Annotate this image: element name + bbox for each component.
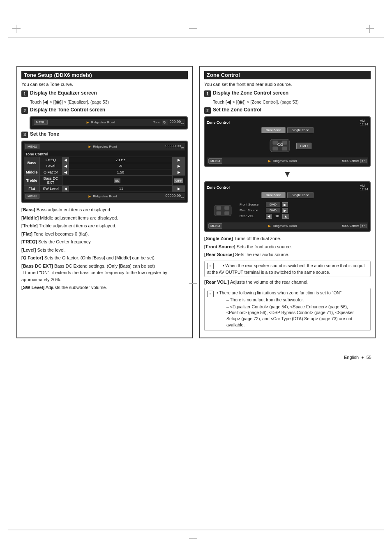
- screen2-menu[interactable]: MENU: [25, 144, 39, 149]
- single-zone-tab-2[interactable]: Single Zone: [287, 192, 314, 198]
- right-step-2-header: 2 Set the Zone Control: [204, 107, 371, 114]
- return-btn-2[interactable]: ↩: [360, 224, 367, 228]
- zone-tabs-2: Dual Zone Single Zone: [207, 192, 368, 198]
- svg-rect-8: [224, 206, 229, 210]
- treble-label: Treble: [24, 175, 40, 185]
- rear-vol-right[interactable]: ▲: [282, 214, 289, 219]
- zone-screen1-menu[interactable]: MENU: [208, 158, 222, 164]
- screen1-menu[interactable]: MENU: [34, 120, 48, 125]
- right-step-1-header: 1 Display the Zone Control screen: [204, 90, 371, 97]
- front-source-label: Front Source: [240, 203, 264, 206]
- right-section-intro: You can set the front and rear audio sou…: [204, 82, 371, 87]
- zone-screen2-clock: AM12:34: [360, 184, 368, 191]
- level-left-arrow[interactable]: ◀: [62, 163, 69, 169]
- step-3-label: Set the Tone: [30, 131, 59, 137]
- freq-right-arrow[interactable]: ▶: [173, 157, 185, 163]
- freq-left-arrow[interactable]: ◀: [62, 157, 69, 163]
- screen2-footer: MENU ► Ridgeview Road 99999.99㎛: [24, 193, 185, 200]
- zone-screen2-header: Zone Control AM12:34: [207, 184, 368, 191]
- screen1-road-text: Ridgeview Road: [91, 120, 115, 124]
- zone-screen2-footer: MENU ► Ridgeview Road 99999.99㎛ ↩: [207, 222, 368, 229]
- zone-car-svg-2: [208, 201, 237, 220]
- level-right-arrow[interactable]: ▶: [173, 163, 185, 169]
- swlevel-right-arrow[interactable]: ▶: [173, 185, 185, 192]
- screen2-footer-road: ► Ridgeview Road: [88, 194, 117, 199]
- top-rule: [8, 37, 384, 38]
- zone-screen2-menu[interactable]: MENU: [208, 223, 222, 229]
- swlevel-left-arrow[interactable]: ◀: [62, 185, 69, 192]
- road-arrow: ►: [86, 120, 90, 125]
- front-source-right[interactable]: ▶: [282, 202, 288, 207]
- screen1-price: 999.99㎛: [169, 120, 184, 125]
- svg-text:⌫: ⌫: [277, 142, 283, 147]
- note-icon-2: ≡: [207, 291, 214, 297]
- zone-screen2-road: ► Ridgeview Road: [267, 224, 297, 228]
- return-btn[interactable]: ↩: [360, 159, 367, 163]
- note2-bullet-1: There are following limitations when zon…: [217, 290, 368, 296]
- rear-vol-left[interactable]: ◀: [266, 214, 272, 219]
- right-step-1-label: Display the Zone Control screen: [213, 90, 288, 96]
- qfactor-left-arrow[interactable]: ◀: [62, 169, 69, 175]
- svg-rect-9: [217, 211, 221, 215]
- screen1-header: MENU ► Ridgeview Road Tone ↻ 999.99㎛: [32, 119, 185, 126]
- page-footer: English ● 55: [8, 351, 384, 364]
- svg-rect-4: [282, 147, 287, 151]
- rear-vol-value: 10: [275, 214, 279, 218]
- bassdcext-on[interactable]: 0N: [62, 175, 173, 185]
- step-3-num: 3: [21, 132, 28, 138]
- bassdcext-off[interactable]: OFF: [173, 175, 185, 185]
- tone-screen-1: MENU ► Ridgeview Road Tone ↻ 999.99㎛: [30, 116, 188, 130]
- dual-zone-tab[interactable]: Dual Zone: [261, 127, 286, 133]
- left-step-1-header: 1 Display the Equalizer screen: [21, 90, 188, 97]
- level-param: Level: [39, 163, 62, 169]
- note2-sub-1: There is no output from the subwoofer.: [226, 297, 368, 303]
- crosshair-top-right: [366, 25, 374, 33]
- single-zone-tab[interactable]: Single Zone: [287, 127, 314, 133]
- table-row: Bass FREQ ◀ 70 Hz ▶: [24, 157, 185, 163]
- desc-level: [Level] Sets the level.: [21, 247, 188, 254]
- svg-rect-7: [217, 206, 221, 210]
- page-container: Tone Setup (DDX6 models) You can set a T…: [0, 0, 392, 555]
- left-section-title: Tone Setup (DDX6 models): [21, 71, 188, 79]
- rear-source-right[interactable]: ▶: [282, 208, 288, 213]
- bassdcext-param: Bass DC EXT: [39, 175, 62, 185]
- flat-label: Flat: [24, 185, 40, 192]
- screen2-footer-price: 99999.99㎛: [165, 194, 184, 199]
- note2-content: ≡ There are following limitations when z…: [207, 290, 368, 328]
- step-2-label: Display the Tone Control screen: [30, 107, 105, 113]
- content-area: Tone Setup (DDX6 models) You can set a T…: [8, 66, 384, 338]
- tone-descriptions: [Bass] Bass adjustment items are display…: [21, 206, 188, 291]
- note-icon-1: ≡: [207, 263, 214, 269]
- left-step-3-header: 3 Set the Tone: [21, 131, 188, 138]
- qfactor-right-arrow[interactable]: ▶: [173, 169, 185, 175]
- crosshair-bottom: [189, 534, 197, 543]
- footer-dot: ●: [361, 355, 364, 360]
- desc-freq: [FREQ] Sets the Center frequency.: [21, 238, 188, 245]
- crosshair-top: [189, 25, 197, 33]
- left-section-intro: You can set a Tone curve.: [21, 82, 188, 87]
- zone-screen-1: Zone Control AM12:34 Dual Zone Single Zo…: [204, 116, 371, 167]
- rear-vol-label: Rear VOL: [240, 214, 264, 218]
- zone-dvd-badge: DVD: [296, 143, 311, 149]
- desc-rear-vol: [Rear VOL.] Adjusts the volume of the re…: [204, 280, 371, 284]
- rear-vol-row: Rear VOL ◀ 10 ▲: [240, 214, 367, 219]
- svg-rect-3: [272, 147, 278, 151]
- note1-bullet: When the rear speaker sound is switched,…: [207, 263, 365, 275]
- screen1-tone: Tone: [153, 120, 160, 124]
- right-step-1-num: 1: [204, 90, 211, 97]
- note2-text: There are following limitations when zon…: [217, 290, 368, 328]
- screen2-footer-menu[interactable]: MENU: [25, 194, 39, 199]
- screen1-road: ► Ridgeview Road: [86, 120, 115, 125]
- desc-swlevel: [SW Level] Adjusts the subwoofer volume.: [21, 284, 188, 291]
- bottom-rule: [8, 530, 384, 530]
- table-row: Level ◀ -9 ▶: [24, 163, 185, 169]
- arrow-down: ▼: [204, 169, 371, 179]
- table-row: Flat SW Level ◀ -11 ▶: [24, 185, 185, 192]
- freq-param: FREQ: [39, 157, 62, 163]
- front-source-value: DVD: [266, 202, 280, 207]
- dual-zone-tab-2[interactable]: Dual Zone: [261, 192, 286, 198]
- zone-screen1-road: ► Ridgeview Road: [267, 159, 297, 163]
- zone-tabs-1: Dual Zone Single Zone: [207, 127, 368, 133]
- swlevel-param: SW Level: [39, 185, 62, 192]
- zone-controls: Front Source DVD ▶ Rear Source DVD ▶ Rea…: [237, 202, 367, 220]
